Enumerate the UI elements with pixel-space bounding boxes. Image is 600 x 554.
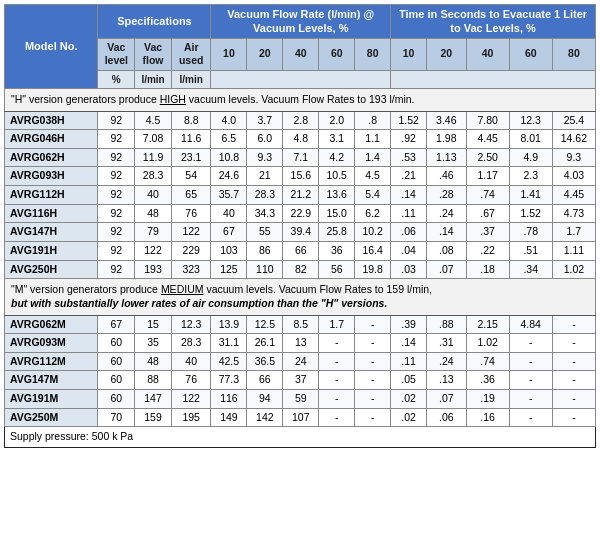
supply-pressure-row: Supply pressure: 500 k Pa bbox=[5, 427, 596, 448]
notice-h-high: HIGH bbox=[160, 93, 186, 105]
table-row: AVRG112M 604840 42.536.524-- .11.24.74-- bbox=[5, 352, 596, 371]
notice-m-medium: MEDIUM bbox=[161, 283, 204, 295]
t40-cell: 7.80 bbox=[466, 111, 509, 130]
model-cell: AVRG093M bbox=[5, 334, 98, 353]
specs-table: Model No. Specifications Vacuum Flow Rat… bbox=[4, 4, 596, 448]
table-row: AVRG062M 671512.3 13.912.58.51.7- .39.88… bbox=[5, 315, 596, 334]
model-cell: AVG147H bbox=[5, 223, 98, 242]
unit-percent: % bbox=[98, 70, 135, 88]
col-model-header: Model No. bbox=[5, 5, 98, 89]
notice-m-text: "M" version generators produce MEDIUM va… bbox=[5, 279, 596, 315]
table-row: AVG250H 92193323 125110825619.8 .03.07.1… bbox=[5, 260, 596, 279]
table-row: AVG250M 70159195 149142107-- .02.06.16-- bbox=[5, 408, 596, 427]
vac-60-header: 60 bbox=[319, 38, 355, 70]
table-row: AVG116H 924876 4034.322.915.06.2 .11.24.… bbox=[5, 204, 596, 223]
model-cell: AVG250H bbox=[5, 260, 98, 279]
supply-pressure-text: Supply pressure: 500 k Pa bbox=[5, 427, 596, 448]
notice-h-prefix: "H" version generators produce bbox=[11, 93, 160, 105]
unit-lmin2: l/min bbox=[171, 70, 211, 88]
model-cell: AVRG046H bbox=[5, 130, 98, 149]
table-row: AVRG093M 603528.3 31.126.113-- .14.311.0… bbox=[5, 334, 596, 353]
col-vacflow-header: Vacuum Flow Rate (l/min) @ Vacuum Levels… bbox=[211, 5, 391, 39]
notice-h-suffix: vacuum levels. Vacuum Flow Rates to 193 … bbox=[186, 93, 415, 105]
v60-cell: 2.0 bbox=[319, 111, 355, 130]
t20-cell: 3.46 bbox=[427, 111, 467, 130]
vac-level-cell: 92 bbox=[98, 111, 135, 130]
vac-flow-cell: 4.5 bbox=[135, 111, 172, 130]
table-row: AVRG038H 92 4.5 8.8 4.0 3.7 2.8 2.0 .8 1… bbox=[5, 111, 596, 130]
time-60-header: 60 bbox=[509, 38, 552, 70]
header-row-main: Model No. Specifications Vacuum Flow Rat… bbox=[5, 5, 596, 39]
vac-40-header: 40 bbox=[283, 38, 319, 70]
unit-lmin1: l/min bbox=[135, 70, 172, 88]
model-cell: AVG147M bbox=[5, 371, 98, 390]
model-cell: AVRG112M bbox=[5, 352, 98, 371]
v20-cell: 3.7 bbox=[247, 111, 283, 130]
vac-10-header: 10 bbox=[211, 38, 247, 70]
table-row: AVG147M 608876 77.36637-- .05.13.36-- bbox=[5, 371, 596, 390]
spec-air-used-header: Air used bbox=[171, 38, 211, 70]
v80-cell: .8 bbox=[355, 111, 391, 130]
unit-empty-time bbox=[391, 70, 596, 88]
notice-h-text: "H" version generators produce HIGH vacu… bbox=[5, 88, 596, 111]
table-row: AVRG062H 9211.923.1 10.89.37.14.21.4 .53… bbox=[5, 148, 596, 167]
t60-cell: 12.3 bbox=[509, 111, 552, 130]
col-spec-header: Specifications bbox=[98, 5, 211, 39]
model-cell: AVRG112H bbox=[5, 186, 98, 205]
table-row: AVRG046H 927.0811.6 6.56.04.83.11.1 .921… bbox=[5, 130, 596, 149]
model-cell: AVG191M bbox=[5, 390, 98, 409]
table-row: AVG191M 60147122 1169459-- .02.07.19-- bbox=[5, 390, 596, 409]
notice-m-prefix: "M" version generators produce bbox=[11, 283, 161, 295]
notice-m-row: "M" version generators produce MEDIUM va… bbox=[5, 279, 596, 315]
col-time-header: Time in Seconds to Evacuate 1 Liter to V… bbox=[391, 5, 596, 39]
v10-cell: 4.0 bbox=[211, 111, 247, 130]
notice-m-italic: but with substantially lower rates of ai… bbox=[11, 297, 387, 309]
table-row: AVG191H 92122229 10386663616.4 .04.08.22… bbox=[5, 242, 596, 261]
vac-20-header: 20 bbox=[247, 38, 283, 70]
air-used-cell: 8.8 bbox=[171, 111, 211, 130]
table-row: AVG147H 9279122 675539.425.810.2 .06.14.… bbox=[5, 223, 596, 242]
v40-cell: 2.8 bbox=[283, 111, 319, 130]
vac-80-header: 80 bbox=[355, 38, 391, 70]
notice-h-row: "H" version generators produce HIGH vacu… bbox=[5, 88, 596, 111]
time-80-header: 80 bbox=[552, 38, 595, 70]
time-10-header: 10 bbox=[391, 38, 427, 70]
model-cell: AVG250M bbox=[5, 408, 98, 427]
model-cell: AVG191H bbox=[5, 242, 98, 261]
table-row: AVRG093H 9228.354 24.62115.610.54.5 .21.… bbox=[5, 167, 596, 186]
model-cell: AVRG062H bbox=[5, 148, 98, 167]
notice-m-suffix: vacuum levels. Vacuum Flow Rates to 159 … bbox=[203, 283, 432, 295]
time-40-header: 40 bbox=[466, 38, 509, 70]
table-row: AVRG112H 924065 35.728.321.213.65.4 .14.… bbox=[5, 186, 596, 205]
t10-cell: 1.52 bbox=[391, 111, 427, 130]
model-cell: AVRG062M bbox=[5, 315, 98, 334]
model-cell: AVRG093H bbox=[5, 167, 98, 186]
model-cell: AVG116H bbox=[5, 204, 98, 223]
unit-empty-vac bbox=[211, 70, 391, 88]
time-20-header: 20 bbox=[427, 38, 467, 70]
t80-cell: 25.4 bbox=[552, 111, 595, 130]
spec-vac-level-header: Vac level bbox=[98, 38, 135, 70]
main-container: Model No. Specifications Vacuum Flow Rat… bbox=[0, 0, 600, 452]
model-cell: AVRG038H bbox=[5, 111, 98, 130]
spec-vac-flow-header: Vac flow bbox=[135, 38, 172, 70]
